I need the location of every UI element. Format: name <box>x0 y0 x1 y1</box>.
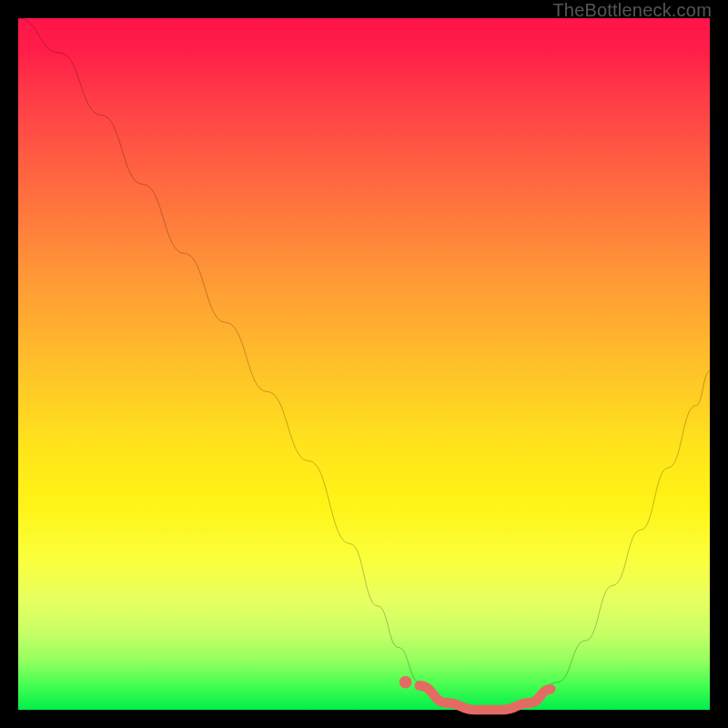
chart-frame: TheBottleneck.com <box>0 0 728 728</box>
bottleneck-curve <box>18 18 710 710</box>
highlight-segment <box>420 685 551 710</box>
chart-svg <box>18 18 710 710</box>
plot-area <box>18 18 710 710</box>
marker-dot <box>399 676 412 689</box>
